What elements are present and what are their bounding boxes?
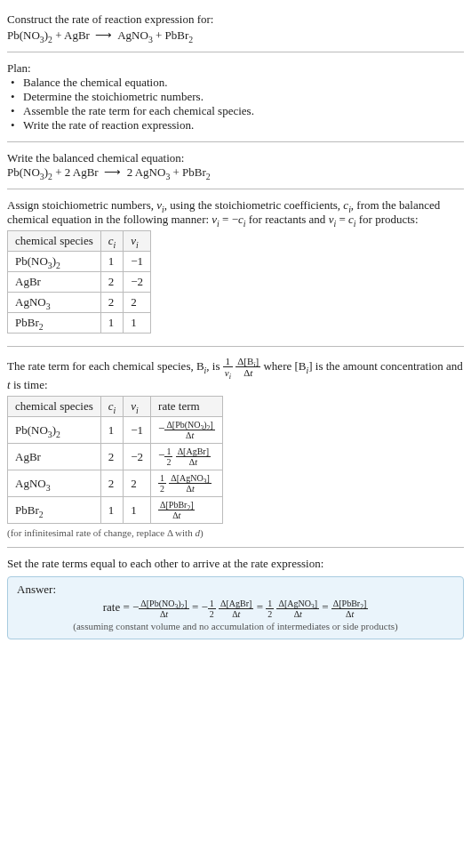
- plan-section: Plan: •Balance the chemical equation. •D…: [7, 56, 464, 138]
- stoich-text: Assign stoichiometric numbers, νi, using…: [7, 198, 464, 227]
- col-species: chemical species: [8, 397, 101, 417]
- table-row: AgNO322: [8, 293, 151, 313]
- final-title: Set the rate terms equal to each other t…: [7, 557, 464, 571]
- table-row: PbBr211Δ[PbBr2]Δt: [8, 497, 223, 524]
- answer-note: (assuming constant volume and no accumul…: [17, 621, 454, 631]
- answer-label: Answer:: [17, 583, 454, 597]
- table-row: AgBr2−2−12 Δ[AgBr]Δt: [8, 444, 223, 470]
- input-equation: Pb(NO3)2 + AgBr ⟶ AgNO3 + PbBr2: [7, 28, 464, 43]
- rate-table-footnote: (for infinitesimal rate of change, repla…: [7, 527, 464, 538]
- answer-box: Answer: rate = −Δ[Pb(NO3)2]Δt = −12 Δ[Ag…: [7, 576, 464, 639]
- construct-prompt: Construct the rate of reaction expressio…: [7, 12, 464, 27]
- plan-item: •Determine the stoichiometric numbers.: [11, 90, 464, 104]
- balanced-equation: Pb(NO3)2 + 2 AgBr ⟶ 2 AgNO3 + PbBr2: [7, 165, 464, 180]
- table-row: Pb(NO3)21−1−Δ[Pb(NO3)2]Δt: [8, 417, 223, 444]
- table-row: AgNO32212 Δ[AgNO3]Δt: [8, 470, 223, 497]
- col-vi: νi: [124, 397, 151, 417]
- stoich-table: chemical species ci νi Pb(NO3)21−1 AgBr2…: [7, 230, 151, 334]
- plan-item: •Balance the chemical equation.: [11, 76, 464, 90]
- delta-b-over-delta-t: Δ[Bi] Δt: [236, 356, 260, 378]
- col-rate: rate term: [151, 397, 223, 417]
- one-over-nu: 1 νi: [223, 356, 233, 378]
- rate-term-text: The rate term for each chemical species,…: [7, 356, 464, 392]
- rate-table: chemical species ci νi rate term Pb(NO3)…: [7, 396, 223, 524]
- rate-term-section: The rate term for each chemical species,…: [7, 350, 464, 543]
- answer-expression: rate = −Δ[Pb(NO3)2]Δt = −12 Δ[AgBr]Δt = …: [17, 599, 454, 619]
- stoich-section: Assign stoichiometric numbers, νi, using…: [7, 193, 464, 342]
- col-ci: ci: [100, 231, 124, 252]
- col-species: chemical species: [8, 231, 101, 252]
- table-row: AgBr2−2: [8, 272, 151, 293]
- divider: [7, 52, 464, 52]
- plan-item-text: Determine the stoichiometric numbers.: [23, 90, 204, 104]
- plan-item: •Assemble the rate term for each chemica…: [11, 104, 464, 118]
- divider: [7, 346, 464, 347]
- plan-item-text: Write the rate of reaction expression.: [23, 118, 194, 133]
- plan-item: •Write the rate of reaction expression.: [11, 118, 464, 133]
- balanced-section: Write the balanced chemical equation: Pb…: [7, 146, 464, 185]
- plan-title: Plan:: [7, 61, 464, 76]
- plan-item-text: Balance the chemical equation.: [23, 76, 167, 90]
- divider: [7, 189, 464, 189]
- balanced-title: Write the balanced chemical equation:: [7, 151, 464, 165]
- table-row: Pb(NO3)21−1: [8, 252, 151, 272]
- final-section: Set the rate terms equal to each other t…: [7, 551, 464, 645]
- col-vi: νi: [124, 231, 151, 252]
- divider: [7, 547, 464, 548]
- divider: [7, 141, 464, 142]
- col-ci: ci: [100, 397, 124, 417]
- table-row: PbBr211: [8, 313, 151, 334]
- header-section: Construct the rate of reaction expressio…: [7, 7, 464, 48]
- plan-item-text: Assemble the rate term for each chemical…: [23, 104, 254, 118]
